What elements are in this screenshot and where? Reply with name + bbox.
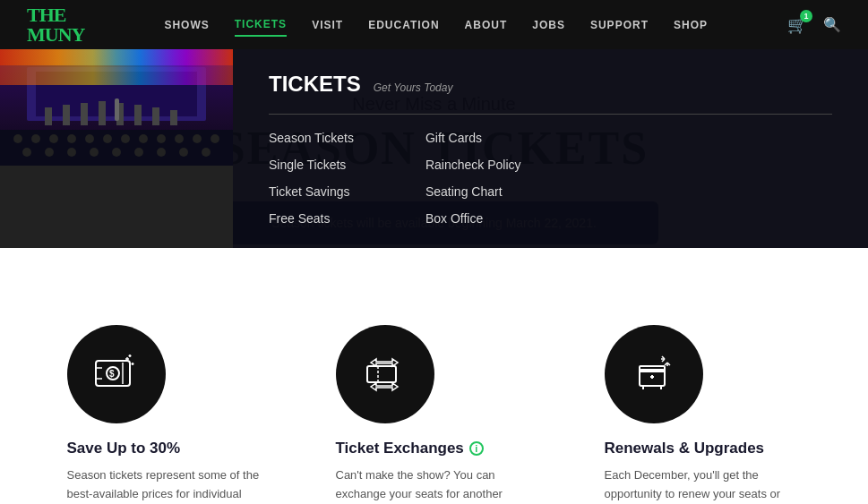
feature-renewals-desc: Each December, you'll get the opportunit… bbox=[605, 466, 802, 504]
site-logo[interactable]: THE MUNY bbox=[27, 5, 84, 45]
main-nav: SHOWS TICKETS VISIT EDUCATION ABOUT JOBS… bbox=[164, 13, 708, 37]
svg-point-23 bbox=[175, 134, 184, 143]
svg-text:$: $ bbox=[109, 369, 115, 379]
search-button[interactable]: 🔍 bbox=[823, 16, 841, 33]
svg-point-30 bbox=[112, 148, 121, 157]
header: THE MUNY SHOWS TICKETS VISIT EDUCATION A… bbox=[0, 0, 868, 49]
feature-renewals: Renewals & Upgrades Each December, you'l… bbox=[605, 325, 802, 504]
svg-rect-4 bbox=[45, 107, 52, 125]
feature-save: $ Save Up to 30% Season tickets represen… bbox=[67, 325, 264, 504]
feature-save-desc: Season tickets represent some of the bes… bbox=[67, 466, 264, 504]
svg-point-34 bbox=[202, 148, 211, 157]
dropdown-free-seats[interactable]: Free Seats bbox=[269, 211, 354, 226]
nav-education[interactable]: EDUCATION bbox=[368, 14, 439, 36]
dropdown-image bbox=[0, 49, 233, 248]
feature-save-title: Save Up to 30% bbox=[67, 440, 181, 457]
exchange-icon bbox=[360, 350, 409, 399]
svg-rect-6 bbox=[81, 103, 88, 125]
money-icon: $ bbox=[91, 350, 141, 399]
feature-exchange-icon-circle bbox=[336, 325, 434, 423]
feature-renewals-icon-circle bbox=[605, 325, 703, 423]
svg-rect-7 bbox=[99, 101, 106, 125]
dropdown-col-1: Season Tickets Single Tickets Ticket Sav… bbox=[269, 131, 354, 226]
svg-point-26 bbox=[22, 148, 31, 157]
svg-point-21 bbox=[139, 134, 148, 143]
svg-point-29 bbox=[90, 148, 99, 157]
feature-renewals-title: Renewals & Upgrades bbox=[605, 440, 765, 457]
svg-rect-10 bbox=[152, 107, 159, 125]
svg-point-28 bbox=[67, 148, 76, 157]
nav-support[interactable]: SUPPORT bbox=[590, 14, 649, 36]
svg-point-16 bbox=[49, 134, 58, 143]
dropdown-links: Season Tickets Single Tickets Ticket Sav… bbox=[269, 131, 832, 226]
svg-rect-47 bbox=[367, 366, 396, 382]
dropdown-ticket-savings[interactable]: Ticket Savings bbox=[269, 184, 354, 199]
dropdown-raincheck-policy[interactable]: Raincheck Policy bbox=[425, 158, 521, 172]
svg-point-20 bbox=[121, 134, 130, 143]
tickets-dropdown: TICKETS Get Yours Today Season Tickets S… bbox=[0, 49, 868, 248]
svg-point-32 bbox=[157, 148, 166, 157]
dropdown-col-2: Gift Cards Raincheck Policy Seating Char… bbox=[425, 131, 521, 226]
svg-point-19 bbox=[103, 134, 112, 143]
header-actions: 🛒 1 🔍 bbox=[787, 15, 841, 35]
nav-about[interactable]: ABOUT bbox=[465, 14, 508, 36]
cart-badge: 1 bbox=[800, 10, 812, 22]
svg-point-24 bbox=[193, 134, 202, 143]
svg-rect-9 bbox=[134, 105, 142, 125]
feature-save-icon-circle: $ bbox=[67, 325, 166, 423]
feature-exchange: Ticket Exchanges i Can't make the show? … bbox=[336, 325, 533, 504]
dropdown-single-tickets[interactable]: Single Tickets bbox=[269, 158, 354, 172]
dropdown-gift-cards[interactable]: Gift Cards bbox=[425, 131, 521, 145]
nav-shows[interactable]: SHOWS bbox=[164, 14, 209, 36]
dropdown-links-area: TICKETS Get Yours Today Season Tickets S… bbox=[233, 49, 868, 248]
svg-point-25 bbox=[211, 134, 219, 143]
stage-lights bbox=[0, 49, 233, 85]
svg-rect-11 bbox=[170, 110, 177, 125]
svg-point-31 bbox=[134, 148, 143, 157]
feature-exchange-desc: Can't make the show? You can exchange yo… bbox=[336, 466, 533, 504]
svg-rect-5 bbox=[63, 105, 70, 125]
nav-shop[interactable]: SHOP bbox=[674, 14, 708, 36]
svg-point-15 bbox=[31, 134, 40, 143]
dropdown-title: TICKETS bbox=[269, 72, 361, 97]
svg-rect-12 bbox=[115, 98, 119, 121]
nav-jobs[interactable]: JOBS bbox=[532, 14, 565, 36]
cart-button[interactable]: 🛒 1 bbox=[787, 15, 807, 35]
svg-point-18 bbox=[85, 134, 94, 143]
upgrade-icon bbox=[629, 350, 678, 399]
nav-tickets[interactable]: TICKETS bbox=[235, 13, 287, 37]
dropdown-season-tickets[interactable]: Season Tickets bbox=[269, 131, 354, 145]
feature-exchange-title: Ticket Exchanges i bbox=[336, 440, 484, 457]
features-section: $ Save Up to 30% Season tickets represen… bbox=[0, 325, 868, 504]
svg-point-14 bbox=[13, 134, 22, 143]
svg-point-27 bbox=[45, 148, 54, 157]
dropdown-subtitle: Get Yours Today bbox=[374, 81, 453, 94]
svg-point-22 bbox=[157, 134, 166, 143]
svg-point-17 bbox=[67, 134, 76, 143]
dropdown-divider bbox=[269, 114, 832, 115]
dropdown-seating-chart[interactable]: Seating Chart bbox=[425, 184, 521, 199]
info-icon[interactable]: i bbox=[469, 441, 484, 456]
svg-point-33 bbox=[179, 148, 188, 157]
nav-visit[interactable]: VISIT bbox=[312, 14, 343, 36]
dropdown-box-office[interactable]: Box Office bbox=[425, 211, 521, 226]
